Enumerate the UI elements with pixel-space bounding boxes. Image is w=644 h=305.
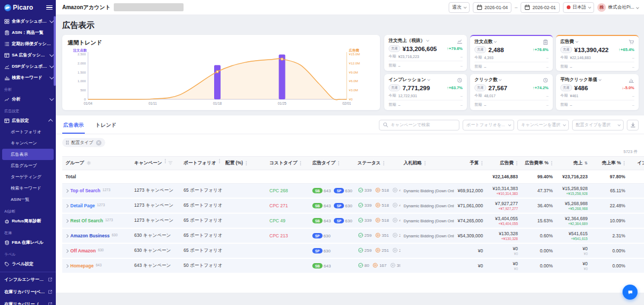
date-from-picker[interactable]: 2026-01-04 xyxy=(473,2,511,13)
sidebar-section-label: AI診断 xyxy=(0,205,56,215)
table-row-rest-of-search[interactable]: Rest Of Search12731273 キャンペーン65 ポートフォリオC… xyxy=(62,213,644,228)
sort-dots-icon[interactable] xyxy=(246,163,247,164)
sort-dots-icon[interactable] xyxy=(624,163,625,164)
table-row-detail-page[interactable]: Detail Page12731273 キャンペーン65 ポートフォリオCPC … xyxy=(62,198,644,213)
date-to-picker[interactable]: 2026-02-01 xyxy=(521,2,559,13)
sort-icon[interactable]: ⇅ xyxy=(584,161,588,165)
sidebar-item-[interactable]: 広告グループ xyxy=(0,160,56,171)
column-header-sales[interactable]: 売上⇅ xyxy=(556,157,591,170)
sidebar-item-[interactable]: 検索キーワード xyxy=(0,72,56,83)
sidebar-external-link[interactable]: インフルエンサーマーケ xyxy=(0,273,56,286)
sort-dots-icon[interactable] xyxy=(219,161,220,162)
table-header: グループキャンペーンポートフォリオ配置 (%)コストタイプ広告タイプステータス入… xyxy=(62,157,644,170)
sidebar-item-dsp[interactable]: DSPダッシュボー... xyxy=(0,61,56,72)
table-row-homepage[interactable]: Homepage643643 キャンペーン50 ポートフォリオSB6438016… xyxy=(62,258,644,273)
placement-type-chip[interactable]: 配置タイプ ✕ xyxy=(62,138,105,147)
filter-icon[interactable] xyxy=(168,161,173,165)
period-select[interactable]: 週次 xyxy=(449,2,470,13)
sidebar-item-[interactable]: 検索キーワード xyxy=(0,183,56,194)
list-icon xyxy=(4,41,10,47)
ad-type-count: 630 xyxy=(324,249,331,253)
sort-dots-icon[interactable] xyxy=(338,163,339,164)
table-row-amazon-business[interactable]: Amazon Business630630 キャンペーン65 ポートフォリオCP… xyxy=(62,228,644,243)
expand-chevron-icon[interactable] xyxy=(65,188,69,192)
hamburger-menu-icon[interactable] xyxy=(46,4,53,11)
sidebar-item-[interactable]: ラベル設定 xyxy=(0,258,56,270)
table-row-top-of-search[interactable]: Top of Search12731273 キャンペーン65 ポートフォリオCP… xyxy=(62,184,644,199)
cell-sales_rate: 0.00% xyxy=(591,243,628,258)
chevron-down-icon[interactable] xyxy=(575,40,579,43)
chevron-down-icon[interactable] xyxy=(499,78,502,81)
sidebar-item-rufus[interactable]: Rufus簡単診断 xyxy=(0,215,56,227)
expand-chevron-icon[interactable] xyxy=(65,249,69,252)
gear-icon[interactable] xyxy=(86,161,91,165)
chevron-down-icon[interactable] xyxy=(598,78,602,81)
chevron-down-icon[interactable] xyxy=(494,40,497,43)
sidebar-item-[interactable]: ターゲティング xyxy=(0,171,56,183)
column-header-ad_cost[interactable]: 広告費 xyxy=(486,157,521,170)
cell-impressions xyxy=(628,228,644,243)
expand-chevron-icon[interactable] xyxy=(65,219,69,222)
chat-widget-button[interactable] xyxy=(623,285,638,300)
column-header-ad_cost_rate[interactable]: 広告費率 % xyxy=(521,157,556,170)
expand-chevron-icon[interactable] xyxy=(65,234,69,237)
table-body: Total¥22,146,88399.40%¥23,716,22397.80%T… xyxy=(62,170,644,274)
sidebar-scrollbar[interactable] xyxy=(54,16,56,86)
column-header-sales_rate[interactable]: 売上率 % xyxy=(591,157,628,170)
sidebar-item-[interactable]: 分析 xyxy=(0,93,56,105)
sidebar-item-[interactable]: 定期お得便ダッシュ... xyxy=(0,38,56,49)
download-button[interactable] xyxy=(627,120,639,130)
sort-dots-icon[interactable] xyxy=(425,163,426,164)
search-input[interactable] xyxy=(391,122,456,127)
result-count: 5723 件 xyxy=(62,148,639,156)
campaign-search[interactable] xyxy=(379,120,459,130)
sidebar-item-[interactable]: キャンペーン xyxy=(0,137,56,149)
sort-dots-icon[interactable] xyxy=(481,163,482,164)
column-header-bidding[interactable]: 入札戦略 xyxy=(400,157,454,170)
column-header-group[interactable]: グループ xyxy=(62,157,131,170)
column-header-cost_type[interactable]: コストタイプ xyxy=(266,157,309,170)
column-header-portfolios[interactable]: ポートフォリオ xyxy=(180,157,222,170)
column-header-impressions[interactable]: インプレッション xyxy=(628,157,644,170)
sort-dots-icon[interactable] xyxy=(516,163,517,164)
status-check: 339 xyxy=(357,202,371,208)
placement-type-filter-select[interactable]: 配置タイプを選択 xyxy=(572,120,624,130)
expand-chevron-icon[interactable] xyxy=(65,204,69,207)
column-header-ad_types[interactable]: 広告タイプ xyxy=(309,157,354,170)
sidebar-item-fba[interactable]: FBA 在庫レベル xyxy=(0,237,56,248)
sort-dots-icon[interactable] xyxy=(300,163,301,164)
column-header-placement[interactable]: 配置 (%) xyxy=(222,157,266,170)
table-row-off-amazon[interactable]: Off Amazon630630 キャンペーン65 ポートフォリオSP63025… xyxy=(62,243,644,258)
column-header-campaigns[interactable]: キャンペーン xyxy=(131,157,180,170)
column-header-budget[interactable]: 予算 xyxy=(454,157,486,170)
sidebar-item-[interactable]: 広告設定 xyxy=(0,115,56,126)
user-menu[interactable]: 株 株式会社Pi... xyxy=(597,3,639,12)
tab-ad-display[interactable]: 広告表示 xyxy=(62,119,85,134)
sidebar-item-asin[interactable]: ASIN：商品一覧 xyxy=(0,27,56,38)
sort-dots-icon[interactable] xyxy=(551,163,552,164)
sidebar-item-label: 定期お得便ダッシュ... xyxy=(12,41,53,47)
sidebar-item-[interactable]: 広告表示 xyxy=(2,149,54,160)
tab-trend[interactable]: トレンド xyxy=(94,119,118,134)
sidebar-external-link[interactable]: 在庫リカバリー（FBA） xyxy=(0,298,56,305)
chevron-down-icon[interactable] xyxy=(427,78,430,81)
chip-close-icon[interactable]: ✕ xyxy=(96,140,101,146)
ad-cost-sub: ¥0 xyxy=(489,252,518,256)
sidebar-item-[interactable]: 全体ダッシュボー... xyxy=(0,16,56,27)
expand-chevron-icon[interactable] xyxy=(65,264,69,267)
portfolio-filter-select[interactable]: ポートフォリオを... xyxy=(463,120,514,130)
column-header-status[interactable]: ステータス xyxy=(354,157,400,170)
sort-dots-icon[interactable] xyxy=(383,163,384,164)
sidebar-external-link[interactable]: 在庫リカバリー(ベンダー) xyxy=(0,286,56,298)
sidebar-item-[interactable]: ポートフォリオ xyxy=(0,126,56,137)
sidebar-item-sa[interactable]: SA 広告ダッシュ... xyxy=(0,49,56,61)
chevron-down-icon[interactable] xyxy=(426,39,429,42)
cell-bidding: Dynamic Bidding (Down Only) xyxy=(400,228,454,243)
language-select[interactable]: 日本語 xyxy=(563,2,595,13)
campaign-filter-select[interactable]: キャンペーンを選択 xyxy=(517,120,569,130)
cell-portfolios: 65 ポートフォリオ xyxy=(180,198,222,213)
sort-dots-icon[interactable] xyxy=(165,161,166,162)
kpi-card-: 広告費先週¥13,390,422↑+65.4%今期¥22,146,883–前期–… xyxy=(556,35,639,71)
sidebar-item-asin[interactable]: ASIN一覧 xyxy=(0,194,56,205)
kpi-card-header: 注文売上（税抜） xyxy=(389,38,463,44)
